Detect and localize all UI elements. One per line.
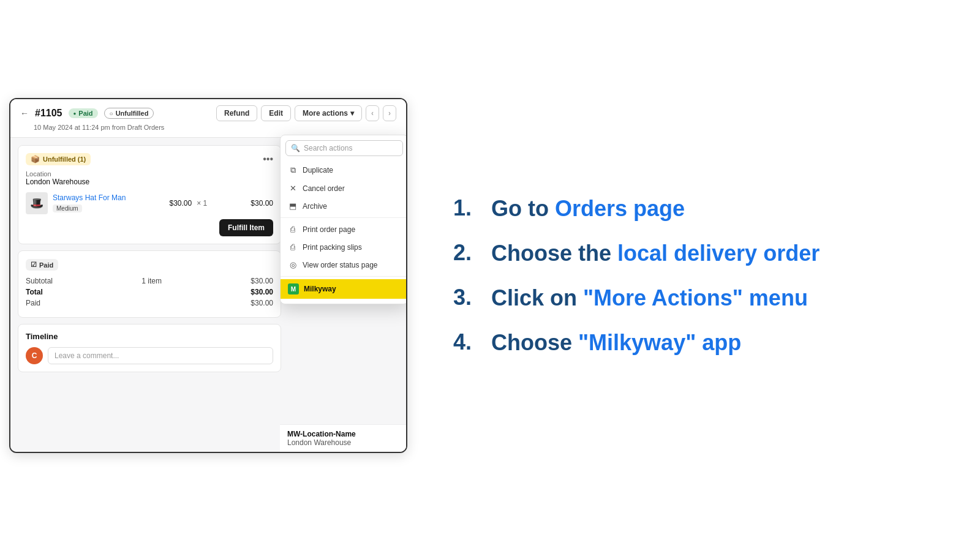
check-icon: ☑ <box>31 261 37 269</box>
item-row: 🎩 Starways Hat For Man Medium $30.00 × 1… <box>26 192 273 214</box>
archive-icon: ⬒ <box>288 201 298 211</box>
location-name: London Warehouse <box>26 178 273 186</box>
more-actions-button[interactable]: More actions ▾ <box>295 105 362 121</box>
location-label: Location <box>26 170 273 178</box>
dropdown-duplicate[interactable]: ⧉ Duplicate <box>281 161 406 179</box>
main-column: 📦 Unfulfilled (1) ••• Location London Wa… <box>18 145 281 440</box>
mw-location-strip: MW-Location-Name London Warehouse <box>280 424 406 452</box>
instruction-text-2: Choose the local delivery order <box>491 240 820 266</box>
dots-menu-button[interactable]: ••• <box>263 154 273 165</box>
user-avatar: C <box>26 347 43 364</box>
subtotal-row: Subtotal 1 item $30.00 <box>26 277 273 285</box>
dropdown-print-packing[interactable]: ⎙ Print packing slips <box>281 238 406 256</box>
paid-badge: Paid <box>69 108 98 118</box>
comment-input[interactable]: Leave a comment... <box>48 347 273 364</box>
unfulfilled-card: 📦 Unfulfilled (1) ••• Location London Wa… <box>18 145 281 244</box>
total-row: Total $30.00 <box>26 288 273 296</box>
unfulfilled-section-badge: 📦 Unfulfilled (1) <box>26 153 91 165</box>
item-image: 🎩 <box>26 192 48 214</box>
search-actions-input[interactable]: Search actions <box>304 144 398 152</box>
edit-button[interactable]: Edit <box>261 105 291 121</box>
top-bar-actions: Refund Edit More actions ▾ ‹ › <box>216 105 396 121</box>
instruction-text-3: Click on "More Actions" menu <box>491 285 808 311</box>
dropdown-divider-1 <box>281 217 406 218</box>
mw-location-name-label: MW-Location-Name <box>287 430 399 438</box>
view-status-icon: ◎ <box>288 260 298 269</box>
paid-row: Paid $30.00 <box>26 299 273 307</box>
top-bar: ← #1105 Paid Unfulfilled Refund Edit Mor… <box>10 99 406 138</box>
item-details: Starways Hat For Man Medium <box>53 193 126 213</box>
dropdown-milkyway[interactable]: M Milkyway <box>281 279 406 299</box>
shopify-window: ← #1105 Paid Unfulfilled Refund Edit Mor… <box>9 98 407 453</box>
package-icon: 📦 <box>31 155 40 163</box>
dropdown-cancel-order[interactable]: ✕ Cancel order <box>281 179 406 197</box>
dropdown-print-order[interactable]: ⎙ Print order page <box>281 220 406 238</box>
back-arrow-icon[interactable]: ← <box>20 108 29 118</box>
print-packing-icon: ⎙ <box>288 242 298 252</box>
chevron-down-icon: ▾ <box>350 109 354 118</box>
fulfill-item-button[interactable]: Fulfill Item <box>219 219 273 236</box>
order-date: 10 May 2024 at 11:24 pm from Draft Order… <box>20 124 396 131</box>
prev-order-button[interactable]: ‹ <box>366 105 379 121</box>
more-actions-dropdown: 🔍 Search actions ⧉ Duplicate ✕ Cancel or… <box>280 135 406 304</box>
duplicate-icon: ⧉ <box>288 165 298 175</box>
comment-row: C Leave a comment... <box>26 347 273 364</box>
dropdown-view-status[interactable]: ◎ View order status page <box>281 256 406 274</box>
instruction-3: 3. Click on "More Actions" menu <box>453 285 943 311</box>
item-variant: Medium <box>53 204 82 212</box>
order-number: #1105 <box>35 108 62 119</box>
instruction-number-2: 2. <box>453 240 484 266</box>
instruction-number-4: 4. <box>453 329 484 355</box>
item-name[interactable]: Starways Hat For Man <box>53 193 126 202</box>
search-box: 🔍 Search actions <box>285 140 403 156</box>
item-qty: × 1 <box>197 199 207 208</box>
dropdown-divider-2 <box>281 276 406 277</box>
instruction-text-1: Go to Orders page <box>491 195 685 222</box>
cancel-icon: ✕ <box>288 184 298 193</box>
refund-button[interactable]: Refund <box>216 105 257 121</box>
timeline-section: Timeline C Leave a comment... <box>18 324 281 372</box>
print-order-icon: ⎙ <box>288 225 298 234</box>
dropdown-archive[interactable]: ⬒ Archive <box>281 197 406 215</box>
order-page: ← #1105 Paid Unfulfilled Refund Edit Mor… <box>10 99 406 452</box>
right-instructions-panel: 1. Go to Orders page 2. Choose the local… <box>417 171 980 381</box>
item-total-price: $30.00 <box>251 199 273 208</box>
next-order-button[interactable]: › <box>383 105 396 121</box>
instruction-number-3: 3. <box>453 285 484 310</box>
instruction-number-1: 1. <box>453 195 484 221</box>
instruction-4: 4. Choose "Milkyway" app <box>453 329 943 356</box>
instruction-2: 2. Choose the local delivery order <box>453 240 943 266</box>
unfulfilled-card-header: 📦 Unfulfilled (1) ••• <box>26 153 273 165</box>
instruction-1: 1. Go to Orders page <box>453 195 943 222</box>
mw-location-value: London Warehouse <box>287 438 399 447</box>
milkyway-app-icon: M <box>288 283 299 294</box>
item-unit-price: $30.00 <box>169 199 192 208</box>
payment-paid-badge: ☑ Paid <box>26 259 58 271</box>
left-panel: ← #1105 Paid Unfulfilled Refund Edit Mor… <box>0 0 417 551</box>
unfulfilled-badge: Unfulfilled <box>104 108 154 119</box>
instruction-text-4: Choose "Milkyway" app <box>491 329 741 356</box>
payment-card: ☑ Paid Subtotal 1 item $30.00 Total $30.… <box>18 250 281 318</box>
timeline-title: Timeline <box>26 332 273 341</box>
top-bar-row1: ← #1105 Paid Unfulfilled Refund Edit Mor… <box>20 105 396 121</box>
search-icon: 🔍 <box>291 144 300 152</box>
